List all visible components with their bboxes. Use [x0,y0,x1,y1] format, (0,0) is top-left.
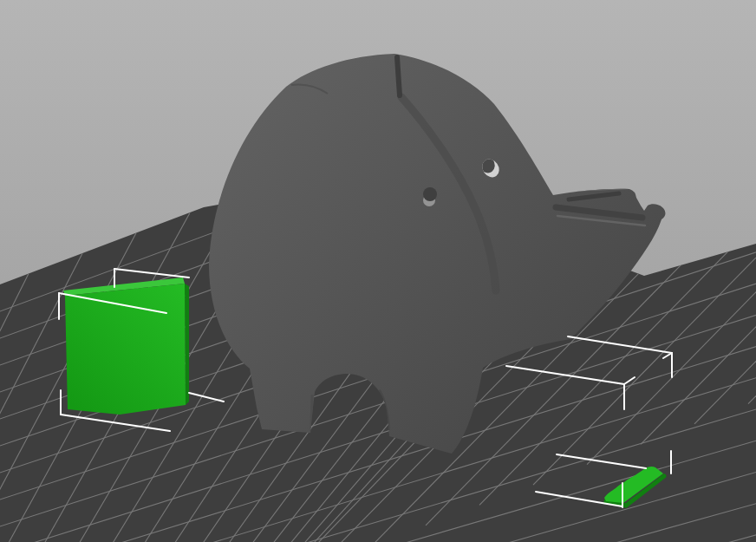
square-part-front-face[interactable] [65,284,186,415]
scene-canvas[interactable] [0,0,756,542]
head-slot [397,57,400,95]
viewport-3d[interactable] [0,0,756,542]
